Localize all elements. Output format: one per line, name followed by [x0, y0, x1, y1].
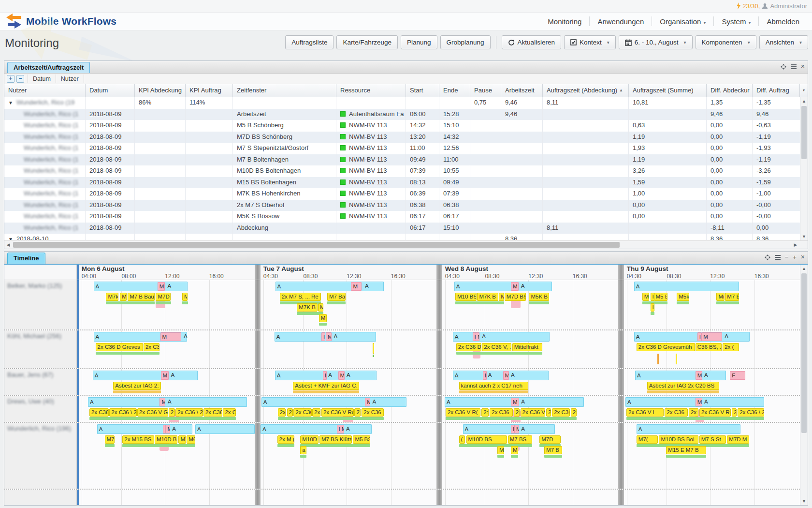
- timeline-bar[interactable]: 2x C36: [665, 408, 687, 417]
- timeline-bar[interactable]: A: [333, 332, 339, 342]
- timeline-bar[interactable]: M5 BS: [353, 435, 370, 444]
- table-row[interactable]: Wunderlich, Rico (12018-08-09M7 S Stepen…: [4, 143, 808, 154]
- timeline-bar[interactable]: M: [365, 398, 370, 406]
- timeline-bar[interactable]: A: [637, 424, 740, 434]
- timeline-bar[interactable]: 2: [514, 408, 520, 417]
- timeline-bar[interactable]: [327, 301, 346, 304]
- timeline-bar[interactable]: 2: [571, 408, 577, 417]
- timeline-bar[interactable]: M10D: [300, 435, 319, 444]
- timeline-bar[interactable]: 2x C36 \ 2: [175, 408, 203, 417]
- timeline-bar[interactable]: M: [497, 446, 505, 454]
- timeline-bar[interactable]: A: [625, 397, 765, 407]
- timeline-bar[interactable]: [156, 301, 171, 304]
- timeline-bar[interactable]: M10D BS Bol: [659, 435, 698, 444]
- timeline-bar[interactable]: C36 BS, ...: [696, 343, 722, 351]
- timeline-bar[interactable]: M5k: [677, 293, 689, 301]
- timeline-bar[interactable]: M7D BS: [505, 293, 526, 301]
- timeline-bar[interactable]: [300, 444, 370, 447]
- username[interactable]: Administrator: [770, 2, 807, 10]
- timeline-bar[interactable]: A: [723, 332, 730, 342]
- timeline-bar[interactable]: 2x C36: [89, 408, 109, 417]
- timeline-bar[interactable]: M7D M: [727, 435, 749, 444]
- view-button-karte-fahrzeuge[interactable]: Karte/Fahrzeuge: [336, 35, 398, 49]
- timeline-bar[interactable]: A: [371, 397, 378, 407]
- timeline-bar[interactable]: 2x M7 S, ... Re |: [280, 293, 321, 301]
- timeline-bar[interactable]: A: [261, 397, 407, 407]
- app-logo[interactable]: Mobile WorkFlows: [5, 13, 116, 30]
- timeline-bar[interactable]: [106, 301, 154, 304]
- timeline-bar[interactable]: a: [300, 446, 306, 454]
- column-header-azsum[interactable]: Auftragszeit (Summe): [629, 84, 707, 97]
- timeline-bar[interactable]: A: [520, 397, 526, 407]
- timeline-bar[interactable]: A: [275, 332, 376, 342]
- refresh-button[interactable]: Aktualisieren: [502, 35, 561, 49]
- timeline-bar[interactable]: [373, 355, 374, 357]
- zoom-out-icon[interactable]: −: [785, 254, 789, 260]
- timeline-bar[interactable]: 2x C3: [144, 343, 160, 351]
- scroll-down-icon[interactable]: ▼: [800, 233, 808, 240]
- timeline-bar[interactable]: 2x M15 BS: [122, 435, 154, 444]
- timeline-bar[interactable]: [544, 455, 562, 458]
- table-row[interactable]: ▼2018-08-108,368,368,36: [4, 234, 808, 240]
- timeline-bar[interactable]: M: [503, 371, 509, 380]
- column-header-ende[interactable]: Ende: [439, 84, 470, 97]
- timeline-bar[interactable]: A: [166, 397, 173, 407]
- column-header-datum[interactable]: Datum: [86, 84, 135, 97]
- timeline-bar[interactable]: [89, 417, 236, 420]
- timeline-bar[interactable]: A: [166, 282, 173, 291]
- timeline-bar[interactable]: I: [483, 371, 487, 380]
- timeline-bar[interactable]: M15 E M7 B: [666, 446, 706, 454]
- timeline-bar[interactable]: 2:: [481, 408, 489, 417]
- timeline-bar[interactable]: M10D BS: [155, 435, 177, 444]
- timeline-bar[interactable]: 2x C36 D: [456, 343, 481, 351]
- timeline-bar[interactable]: A: [634, 332, 750, 342]
- timeline-bar[interactable]: M7D: [156, 293, 171, 301]
- timeline-bar[interactable]: M: [158, 282, 165, 291]
- grid-horizontal-scrollbar[interactable]: ◀ ▶: [4, 240, 808, 249]
- timeline-bar[interactable]: M: [160, 398, 165, 406]
- timeline-bar[interactable]: I: [321, 332, 325, 341]
- timeline-bar[interactable]: [122, 444, 195, 447]
- expand-icon[interactable]: ▼: [8, 100, 13, 105]
- table-row[interactable]: Wunderlich, Rico (12018-08-09M7 B Bolten…: [4, 154, 808, 166]
- close-icon[interactable]: ×: [801, 63, 805, 70]
- menu-icon[interactable]: [791, 64, 797, 69]
- timeline-row[interactable]: Bauer, Jens (67)AMAAsbest zur IAG 2:AIAM…: [4, 368, 808, 395]
- table-row[interactable]: Wunderlich, Rico (12018-08-09M5K S Bösso…: [4, 211, 808, 223]
- timeline-bar[interactable]: F: [730, 371, 745, 380]
- timeline-bar[interactable]: A: [345, 424, 351, 434]
- timeline-bar[interactable]: 2x C36 D Greves: [96, 343, 143, 351]
- timeline-bar[interactable]: M: [351, 282, 362, 291]
- timeline-bar[interactable]: [113, 390, 160, 393]
- timeline-bar[interactable]: [459, 390, 529, 393]
- timeline-bar[interactable]: [647, 390, 719, 393]
- timeline-bar[interactable]: M7K B: [477, 293, 498, 301]
- timeline-bar[interactable]: [497, 455, 505, 458]
- timeline-bar[interactable]: [666, 455, 706, 458]
- komponenten-dropdown[interactable]: Komponenten▾: [696, 35, 756, 49]
- timeline-bar[interactable]: M: [696, 371, 702, 380]
- column-header-start[interactable]: Start: [406, 84, 439, 97]
- timeline-bar[interactable]: A: [171, 424, 177, 434]
- column-header-nutzer[interactable]: Nutzer: [4, 84, 86, 97]
- timeline-bar[interactable]: M7 B: [544, 446, 562, 454]
- timeline-bar[interactable]: A: [454, 282, 552, 291]
- timeline-bar[interactable]: M5 E: [654, 293, 668, 301]
- timeline-bar[interactable]: A: [345, 371, 352, 380]
- timeline-bar[interactable]: [651, 312, 654, 315]
- column-menu-icon[interactable]: ▾: [799, 84, 808, 97]
- timeline-bar[interactable]: [300, 455, 306, 458]
- timeline-bar[interactable]: M: [701, 332, 722, 341]
- timeline-row[interactable]: Drews, Uwe (40)AMA2x C362x C36 \ 22x C36…: [4, 395, 808, 422]
- timeline-bar[interactable]: [677, 301, 689, 304]
- timeline-bar[interactable]: 2: [546, 408, 551, 417]
- timeline-bar[interactable]: A: [520, 282, 526, 291]
- timeline-bar[interactable]: 2): [354, 408, 361, 417]
- timeline-bar[interactable]: 2x: [312, 408, 320, 417]
- timeline-bar[interactable]: M7 BS: [508, 435, 532, 444]
- grid-vertical-scrollbar[interactable]: ▲ ▼: [800, 97, 808, 240]
- timeline-bar[interactable]: 2x C36: [490, 408, 513, 417]
- scroll-left-icon[interactable]: ◀: [4, 241, 12, 249]
- timeline-bar[interactable]: M: [161, 371, 169, 380]
- timeline-bar[interactable]: A: [261, 424, 372, 434]
